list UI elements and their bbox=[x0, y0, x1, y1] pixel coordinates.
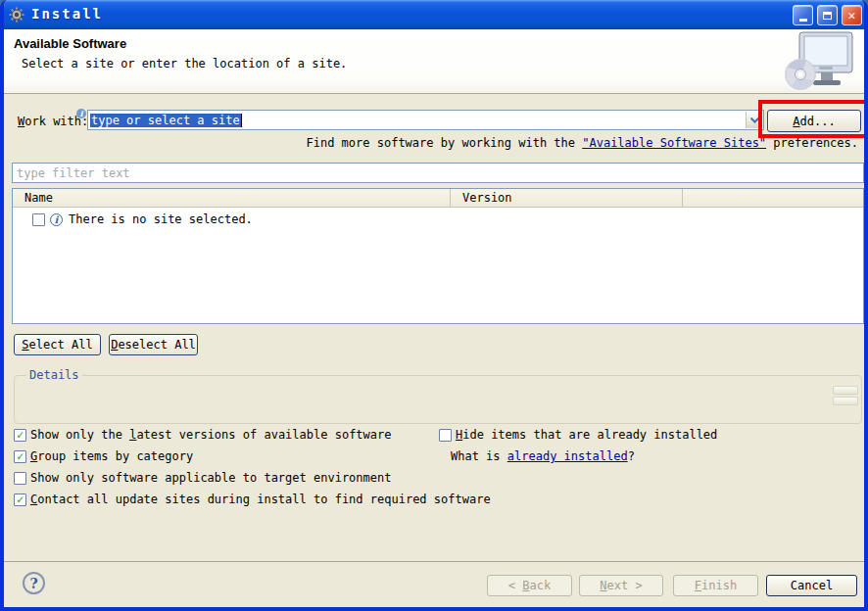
wizard-header: Available Software Select a site or ente… bbox=[4, 29, 864, 94]
work-with-combo[interactable]: type or select a site bbox=[87, 110, 764, 130]
info-icon: i bbox=[76, 109, 86, 118]
empty-row-text: There is no site selected. bbox=[69, 212, 253, 226]
combo-selected-text: type or select a site bbox=[90, 114, 242, 127]
minimize-button[interactable] bbox=[793, 5, 813, 25]
title-bar[interactable]: Install ✕ bbox=[0, 0, 868, 29]
option-applicable-to-target[interactable]: ✓ Show only software applicable to targe… bbox=[14, 471, 391, 485]
bottom-separator bbox=[4, 561, 864, 562]
finish-button[interactable]: Finish bbox=[673, 575, 758, 596]
checkbox[interactable]: ✓ bbox=[14, 494, 26, 506]
checkbox[interactable]: ✓ bbox=[14, 450, 26, 463]
close-button[interactable]: ✕ bbox=[842, 5, 862, 25]
available-software-sites-link[interactable]: "Available Software Sites" bbox=[582, 136, 766, 150]
column-header-name[interactable]: Name bbox=[13, 189, 451, 207]
minimize-icon bbox=[799, 19, 807, 22]
checkbox[interactable]: ✓ bbox=[14, 429, 26, 442]
chevron-down-icon bbox=[750, 118, 759, 123]
table-row[interactable]: ✓ i There is no site selected. bbox=[32, 212, 863, 226]
info-icon: i bbox=[50, 213, 63, 226]
maximize-button[interactable] bbox=[817, 5, 838, 25]
maximize-icon bbox=[823, 12, 832, 20]
table-header[interactable]: Name Version bbox=[13, 189, 863, 208]
checkmark-icon: ✓ bbox=[17, 450, 24, 462]
back-button[interactable]: < Back bbox=[487, 575, 572, 596]
option-hide-installed[interactable]: ✓ Hide items that are already installed bbox=[439, 428, 717, 442]
add-button[interactable]: Add... bbox=[767, 110, 861, 132]
checkmark-icon: ✓ bbox=[17, 429, 24, 441]
option-group-by-category[interactable]: ✓ Group items by category bbox=[14, 449, 193, 463]
cancel-button[interactable]: Cancel bbox=[766, 575, 857, 596]
help-icon: ? bbox=[29, 576, 37, 591]
details-label: Details bbox=[26, 368, 82, 382]
filter-input[interactable] bbox=[12, 163, 864, 183]
checkbox[interactable]: ✓ bbox=[439, 429, 452, 442]
checkmark-icon: ✓ bbox=[17, 494, 24, 505]
page-title: Available Software bbox=[14, 36, 126, 51]
software-table[interactable]: Name Version ✓ i There is no site select… bbox=[12, 188, 864, 324]
row-checkbox[interactable]: ✓ bbox=[32, 213, 45, 226]
select-all-button[interactable]: Select All bbox=[14, 334, 101, 355]
page-subtitle: Select a site or enter the location of a… bbox=[22, 57, 347, 70]
window-title: Install bbox=[31, 6, 103, 22]
install-dialog-window: Install ✕ Available Software Select a si… bbox=[0, 0, 868, 611]
checkbox[interactable]: ✓ bbox=[14, 472, 26, 485]
help-button[interactable]: ? bbox=[23, 572, 45, 594]
already-installed-link[interactable]: already installed bbox=[507, 449, 628, 463]
option-show-latest-versions[interactable]: ✓ Show only the latest versions of avail… bbox=[14, 428, 391, 442]
column-header-filler bbox=[683, 189, 863, 207]
deselect-all-button[interactable]: Deselect All bbox=[109, 334, 198, 355]
column-header-version[interactable]: Version bbox=[451, 189, 683, 207]
combo-dropdown-button[interactable] bbox=[746, 112, 762, 128]
next-button[interactable]: Next > bbox=[579, 575, 663, 596]
gear-icon bbox=[9, 7, 24, 23]
option-contact-update-sites[interactable]: ✓ Contact all update sites during instal… bbox=[14, 493, 491, 506]
what-is-installed-text: What is already installed? bbox=[451, 449, 635, 463]
details-scroll-artifact bbox=[833, 386, 858, 407]
close-icon: ✕ bbox=[848, 9, 856, 22]
details-group: Details bbox=[14, 375, 862, 424]
find-more-text: Find more software by working with the "… bbox=[306, 136, 858, 150]
install-software-icon bbox=[780, 31, 854, 92]
